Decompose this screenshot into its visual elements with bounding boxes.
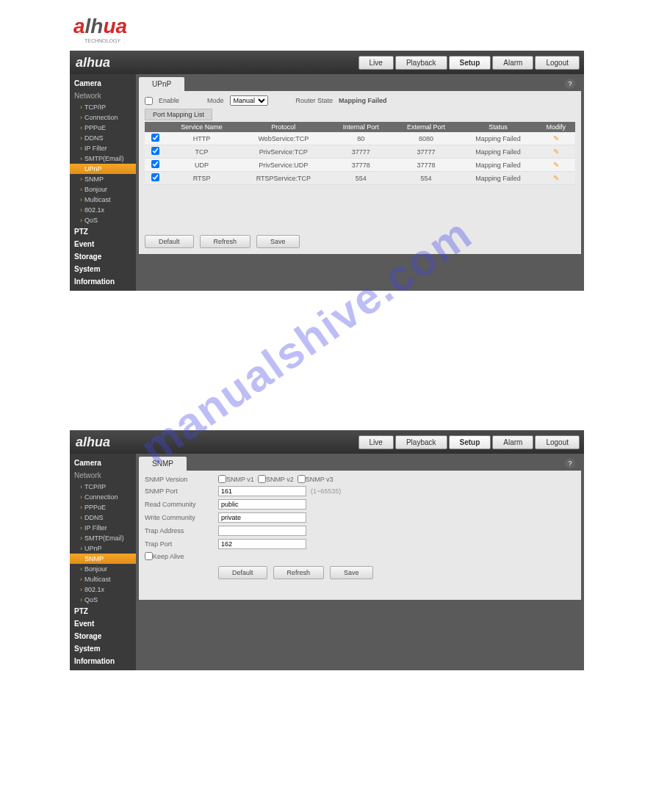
page-tab-snmp[interactable]: SNMP bbox=[139, 457, 187, 471]
snmp-v1-checkbox[interactable] bbox=[218, 475, 226, 483]
row-checkbox[interactable] bbox=[151, 147, 159, 155]
enable-checkbox[interactable] bbox=[145, 97, 153, 105]
refresh-button[interactable]: Refresh bbox=[273, 566, 325, 579]
sidebar-item-upnp[interactable]: UPnP bbox=[70, 164, 136, 174]
tab-live[interactable]: Live bbox=[358, 435, 394, 449]
default-button[interactable]: Default bbox=[218, 566, 267, 579]
sidebar-item-tcpip[interactable]: TCP/IP bbox=[70, 482, 136, 492]
tab-alarm[interactable]: Alarm bbox=[492, 56, 533, 70]
trap-port-input[interactable] bbox=[218, 539, 306, 549]
sidebar-camera[interactable]: Camera bbox=[70, 457, 136, 469]
sidebar-item-upnp[interactable]: UPnP bbox=[70, 543, 136, 554]
mode-label: Mode bbox=[207, 97, 224, 104]
cell-proto: PrivService:TCP bbox=[237, 145, 329, 159]
snmp-v2-label: SNMP v2 bbox=[266, 476, 294, 483]
snmp-port-hint: (1~65535) bbox=[311, 487, 341, 495]
help-icon[interactable]: ? bbox=[565, 458, 575, 468]
cell-internal: 37778 bbox=[329, 159, 392, 172]
cell-status: Mapping Failed bbox=[459, 145, 536, 159]
snmp-port-label: SNMP Port bbox=[145, 487, 218, 495]
row-checkbox[interactable] bbox=[151, 134, 159, 142]
snmp-port-input[interactable] bbox=[218, 486, 306, 496]
save-button[interactable]: Save bbox=[330, 566, 373, 579]
sidebar-camera[interactable]: Camera bbox=[70, 77, 136, 90]
snmp-v2-checkbox[interactable] bbox=[258, 475, 266, 483]
sidebar-item-bonjour[interactable]: Bonjour bbox=[70, 184, 136, 195]
sidebar-item-qos[interactable]: QoS bbox=[70, 595, 136, 605]
sidebar-network[interactable]: Network bbox=[70, 90, 136, 102]
sidebar-item-ipfilter[interactable]: IP Filter bbox=[70, 143, 136, 153]
sidebar-item-ddns[interactable]: DDNS bbox=[70, 512, 136, 523]
sidebar: Camera Network TCP/IP Connection PPPoE D… bbox=[70, 454, 136, 670]
sidebar-item-multicast[interactable]: Multicast bbox=[70, 195, 136, 205]
sidebar-information[interactable]: Information bbox=[70, 655, 136, 667]
sidebar-storage[interactable]: Storage bbox=[70, 250, 136, 263]
tab-setup[interactable]: Setup bbox=[449, 435, 491, 449]
pencil-icon[interactable]: ✎ bbox=[553, 161, 559, 169]
router-state-label: Router State bbox=[296, 97, 334, 104]
sidebar-item-pppoe[interactable]: PPPoE bbox=[70, 123, 136, 133]
sidebar-item-smtp[interactable]: SMTP(Email) bbox=[70, 533, 136, 543]
sidebar-event[interactable]: Event bbox=[70, 238, 136, 250]
trap-address-input[interactable] bbox=[218, 526, 306, 536]
pencil-icon[interactable]: ✎ bbox=[553, 134, 559, 142]
sidebar-item-connection[interactable]: Connection bbox=[70, 112, 136, 123]
sidebar-ptz[interactable]: PTZ bbox=[70, 605, 136, 617]
app-upnp: alhua Live Playback Setup Alarm Logout C… bbox=[70, 51, 584, 291]
sidebar-ptz[interactable]: PTZ bbox=[70, 225, 136, 238]
sidebar-storage[interactable]: Storage bbox=[70, 630, 136, 642]
table-row: RTSPRTSPService:TCP554554Mapping Failed✎ bbox=[145, 172, 575, 185]
write-community-input[interactable] bbox=[218, 512, 306, 523]
refresh-button[interactable]: Refresh bbox=[200, 235, 251, 248]
sidebar-information[interactable]: Information bbox=[70, 275, 136, 288]
tab-playback[interactable]: Playback bbox=[395, 56, 447, 70]
tab-logout[interactable]: Logout bbox=[535, 435, 580, 449]
top-tabs: Live Playback Setup Alarm Logout bbox=[358, 435, 580, 449]
page-tab-upnp[interactable]: UPnP bbox=[139, 77, 184, 91]
app-header: alhua Live Playback Setup Alarm Logout bbox=[70, 430, 584, 454]
default-button[interactable]: Default bbox=[145, 235, 194, 248]
sidebar-item-snmp[interactable]: SNMP bbox=[70, 174, 136, 184]
tab-alarm[interactable]: Alarm bbox=[492, 435, 533, 449]
row-checkbox[interactable] bbox=[151, 160, 159, 168]
mode-select[interactable]: Manual bbox=[230, 95, 268, 106]
sidebar-item-ipfilter[interactable]: IP Filter bbox=[70, 523, 136, 533]
cell-external: 37777 bbox=[393, 145, 460, 159]
sidebar-item-smtp[interactable]: SMTP(Email) bbox=[70, 153, 136, 164]
sidebar-item-qos[interactable]: QoS bbox=[70, 215, 136, 225]
sidebar: Camera Network TCP/IP Connection PPPoE D… bbox=[70, 74, 136, 291]
sidebar-item-snmp[interactable]: SNMP bbox=[70, 554, 136, 564]
help-icon[interactable]: ? bbox=[565, 79, 575, 89]
sidebar-network[interactable]: Network bbox=[70, 469, 136, 482]
keep-alive-checkbox[interactable] bbox=[145, 552, 153, 560]
sidebar-item-pppoe[interactable]: PPPoE bbox=[70, 502, 136, 512]
snmp-v3-checkbox[interactable] bbox=[298, 475, 306, 483]
save-button[interactable]: Save bbox=[256, 235, 300, 248]
pencil-icon[interactable]: ✎ bbox=[553, 148, 559, 156]
sidebar-item-connection[interactable]: Connection bbox=[70, 492, 136, 502]
sidebar-item-8021x[interactable]: 802.1x bbox=[70, 205, 136, 215]
tab-logout[interactable]: Logout bbox=[535, 56, 580, 70]
sidebar-item-ddns[interactable]: DDNS bbox=[70, 133, 136, 143]
sidebar-system[interactable]: System bbox=[70, 263, 136, 275]
tab-live[interactable]: Live bbox=[358, 56, 394, 70]
write-community-label: Write Community bbox=[145, 514, 218, 521]
th-chk bbox=[145, 122, 166, 132]
snmp-v3-label: SNMP v3 bbox=[306, 476, 334, 483]
tab-setup[interactable]: Setup bbox=[449, 56, 491, 70]
cell-proto: PrivService:UDP bbox=[237, 159, 329, 172]
read-community-input[interactable] bbox=[218, 499, 306, 510]
port-mapping-tab[interactable]: Port Mapping List bbox=[145, 109, 212, 120]
sidebar-item-multicast[interactable]: Multicast bbox=[70, 574, 136, 584]
sidebar-event[interactable]: Event bbox=[70, 617, 136, 630]
sidebar-system[interactable]: System bbox=[70, 642, 136, 655]
cell-service: UDP bbox=[166, 159, 238, 172]
sidebar-item-bonjour[interactable]: Bonjour bbox=[70, 564, 136, 574]
cell-internal: 554 bbox=[329, 172, 392, 185]
sidebar-item-8021x[interactable]: 802.1x bbox=[70, 584, 136, 595]
tab-playback[interactable]: Playback bbox=[395, 435, 447, 449]
cell-internal: 37777 bbox=[329, 145, 392, 159]
sidebar-item-tcpip[interactable]: TCP/IP bbox=[70, 102, 136, 112]
pencil-icon[interactable]: ✎ bbox=[553, 174, 559, 182]
row-checkbox[interactable] bbox=[151, 173, 159, 181]
